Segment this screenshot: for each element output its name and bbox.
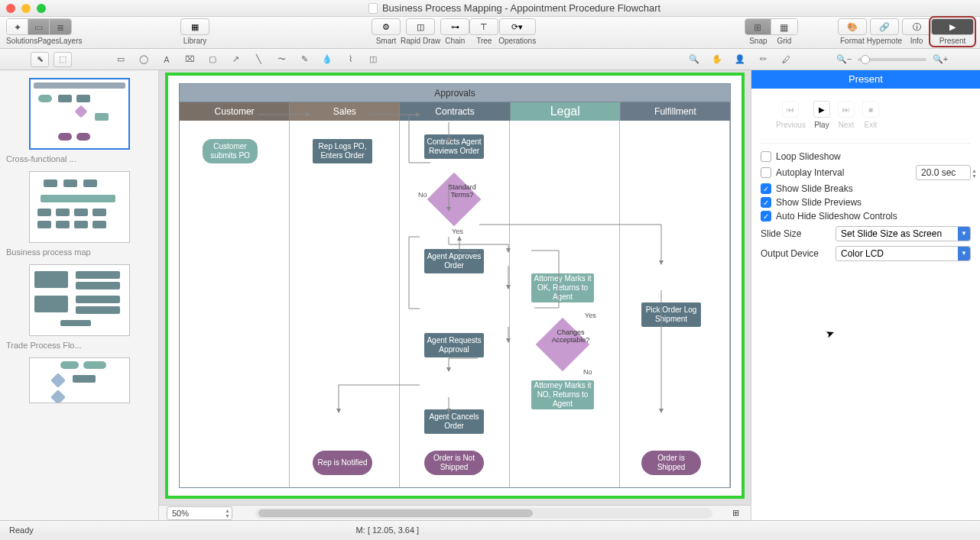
operations-tool[interactable]: ⟳▾Operations: [498, 18, 536, 45]
shape-toolbar: ⬉ ⬚ ▭ ◯ A ⌧ ▢ ↗ ╲ 〜 ✎ 💧 ⌇ ◫ 🔍 ✋ 👤 ✏ 🖊 🔍−…: [0, 49, 980, 70]
brush-tool[interactable]: ✎: [295, 52, 313, 67]
exit-button[interactable]: ■Exit: [862, 101, 879, 129]
minimize-icon[interactable]: [21, 4, 31, 13]
node-agent-approves[interactable]: Agent Approves Order: [424, 249, 484, 273]
node-customer-po[interactable]: Customer submits PO: [203, 139, 258, 163]
autohide-checkbox-row[interactable]: ✓Auto Hide Slideshow Controls: [761, 211, 971, 221]
line-tool[interactable]: ╲: [249, 52, 268, 67]
highlight-tool[interactable]: ✏: [754, 52, 772, 67]
zoom-icon[interactable]: [37, 4, 46, 13]
node-rep-notified[interactable]: Rep is Notified: [313, 451, 372, 475]
close-icon[interactable]: [6, 4, 15, 13]
rect-tool[interactable]: ▭: [112, 52, 130, 67]
window-controls[interactable]: [6, 4, 46, 13]
loop-checkbox-row[interactable]: Loop Slideshow: [761, 151, 971, 162]
center-icon[interactable]: ⊞: [728, 508, 743, 518]
node-attorney-ok[interactable]: Attorney Marks it OK, Returns to Agent: [531, 273, 594, 302]
node-agent-reviews[interactable]: Contracts Agent Reviews Order: [424, 134, 484, 159]
node-agent-cancels[interactable]: Agent Cancels Order: [424, 409, 484, 434]
checkbox-icon[interactable]: [761, 151, 771, 162]
autohide-label: Auto Hide Slideshow Controls: [776, 211, 897, 221]
node-rep-logs[interactable]: Rep Logs PO, Enters Order: [313, 139, 372, 163]
select-tool[interactable]: ⬚: [54, 52, 72, 67]
crop-tool[interactable]: ◫: [364, 52, 382, 67]
page-thumb-1[interactable]: [29, 78, 130, 150]
rapiddraw-tool[interactable]: ◫Rapid Draw: [401, 18, 440, 45]
person-tool[interactable]: 👤: [731, 52, 749, 67]
hscrollbar[interactable]: [255, 508, 712, 519]
page-thumb-4[interactable]: [29, 357, 130, 403]
previous-label: Previous: [776, 121, 806, 129]
hypernote-tool[interactable]: 🔗Hypernote: [867, 18, 902, 45]
zoom-slider[interactable]: [858, 58, 926, 61]
solutions-button[interactable]: ✦: [7, 19, 28, 35]
label-yes: Yes: [452, 228, 463, 235]
node-attorney-no[interactable]: Attorney Marks it NO, Returns to Agent: [531, 380, 594, 409]
format-tool[interactable]: 🎨Format: [838, 18, 867, 45]
label-no2: No: [583, 368, 592, 376]
play-button[interactable]: ▶Play: [813, 101, 830, 129]
pointer-tool[interactable]: ⬉: [31, 52, 49, 67]
textbox-tool[interactable]: ⌧: [180, 52, 199, 67]
lane-headers: Customer Sales Contracts Legal Fulfillme…: [180, 102, 730, 121]
output-device-select[interactable]: Color LCD▼: [836, 246, 971, 261]
previous-button[interactable]: ⏮Previous: [776, 101, 806, 129]
text-tool[interactable]: A: [157, 52, 176, 67]
col-legal: Attorney Marks it OK, Returns to Agent Y…: [510, 121, 620, 487]
node-agent-requests[interactable]: Agent Requests Approval: [424, 333, 484, 357]
eyedrop-tool[interactable]: 💧: [318, 52, 336, 67]
zoom-out-icon[interactable]: 🔍−: [835, 52, 853, 67]
document-icon: [368, 3, 378, 14]
ellipse-tool[interactable]: ◯: [135, 52, 153, 67]
grid-button[interactable]: ▦: [771, 19, 797, 35]
pages-button[interactable]: ▭: [28, 19, 50, 35]
col-sales: Rep Logs PO, Enters Order Rep is Notifie…: [290, 121, 400, 487]
curve-tool[interactable]: 〜: [272, 52, 290, 67]
title-text: Business Process Mapping - Appointment P…: [382, 2, 660, 14]
chain-tool[interactable]: ⊶Chain: [440, 18, 469, 45]
col-fulfillment: Pick Order Log Shipment Order is Shipped: [620, 121, 730, 487]
checkbox-icon[interactable]: [761, 167, 771, 178]
info-tool[interactable]: ⓘInfo: [902, 18, 931, 45]
rapid-label: Rapid Draw: [401, 37, 440, 45]
lane-customer: Customer: [180, 102, 290, 121]
node-std-terms[interactable]: Standard Terms?: [427, 173, 482, 227]
page-thumb-2[interactable]: [29, 171, 130, 243]
window-title: Business Process Mapping - Appointment P…: [55, 2, 974, 14]
next-button[interactable]: ⏭Next: [838, 101, 855, 129]
zoom-fit-icon[interactable]: 🔍: [685, 52, 703, 67]
autoplay-label: Autoplay Interval: [776, 167, 911, 178]
node-shipped[interactable]: Order is Shipped: [641, 451, 701, 475]
checkbox-icon[interactable]: ✓: [761, 183, 771, 194]
connect-tool[interactable]: ⌇: [341, 52, 359, 67]
present-tool[interactable]: ▶Present: [931, 18, 974, 45]
zoom-in-icon[interactable]: 🔍+: [931, 52, 949, 67]
node-changes[interactable]: Changes Acceptable?: [536, 318, 590, 372]
node-not-shipped[interactable]: Order is Not Shipped: [424, 451, 484, 475]
marker-tool[interactable]: 🖊: [777, 52, 795, 67]
tree-tool[interactable]: ⊤Tree: [469, 18, 498, 45]
breaks-checkbox-row[interactable]: ✓Show Slide Breaks: [761, 183, 971, 194]
previews-checkbox-row[interactable]: ✓Show Slide Previews: [761, 197, 971, 208]
library-icon: ▦: [191, 22, 199, 32]
layers-button[interactable]: ≣: [50, 19, 71, 35]
operations-label: Operations: [498, 37, 536, 45]
autoplay-checkbox-row[interactable]: Autoplay Interval 20.0 sec▲▼: [761, 165, 971, 180]
slide-size-select[interactable]: Set Slide Size as Screen▼: [836, 226, 971, 241]
library-tool[interactable]: ▦ Library: [180, 18, 209, 45]
thumb-3-label: Trade Process Flo...: [6, 341, 152, 350]
node-pick-order[interactable]: Pick Order Log Shipment: [641, 302, 701, 327]
checkbox-icon[interactable]: ✓: [761, 197, 771, 208]
smart-tool[interactable]: ⚙Smart: [372, 18, 401, 45]
callout-tool[interactable]: ▢: [203, 52, 222, 67]
snap-button[interactable]: ⊞: [745, 19, 771, 35]
info-label: Info: [910, 37, 923, 45]
canvas[interactable]: Approvals Customer Sales Contracts Legal…: [159, 70, 751, 520]
zoom-field[interactable]: 50%▲▼: [167, 506, 232, 520]
titlebar: Business Process Mapping - Appointment P…: [0, 0, 980, 17]
autoplay-interval-field[interactable]: 20.0 sec▲▼: [916, 165, 971, 180]
checkbox-icon[interactable]: ✓: [761, 211, 771, 221]
hand-tool[interactable]: ✋: [708, 52, 726, 67]
arrow-tool[interactable]: ↗: [226, 52, 245, 67]
page-thumb-3[interactable]: [29, 264, 130, 336]
